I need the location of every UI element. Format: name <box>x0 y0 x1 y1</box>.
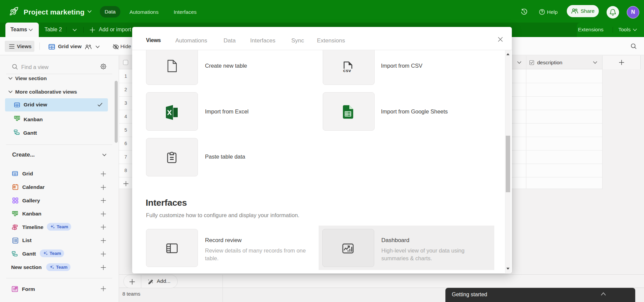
svg-text:csv: csv <box>343 68 351 72</box>
svg-text:31: 31 <box>14 186 16 188</box>
